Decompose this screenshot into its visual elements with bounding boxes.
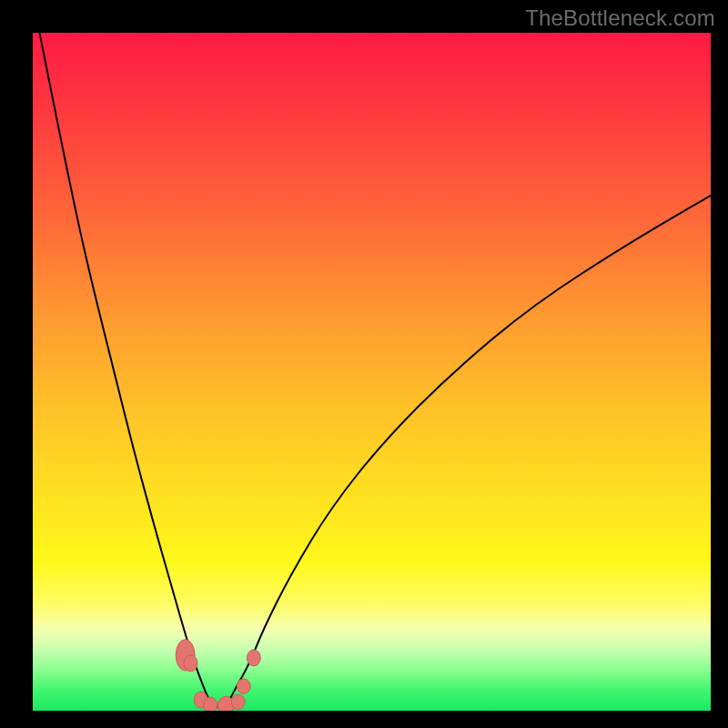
bottleneck-curve bbox=[39, 33, 711, 707]
marker-point bbox=[237, 679, 250, 693]
watermark-text: TheBottleneck.com bbox=[525, 5, 715, 31]
marker-point bbox=[184, 655, 197, 672]
chart-svg bbox=[33, 33, 711, 711]
marker-point bbox=[231, 694, 245, 709]
chart-frame: TheBottleneck.com bbox=[0, 0, 728, 728]
marker-point bbox=[247, 650, 260, 666]
chart-plot-area bbox=[33, 33, 711, 711]
marker-point bbox=[204, 697, 217, 711]
